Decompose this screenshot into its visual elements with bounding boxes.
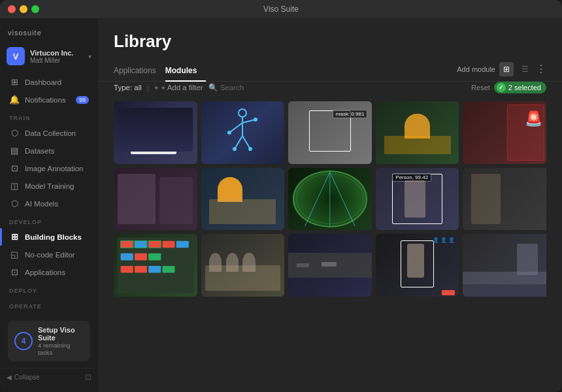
- svg-rect-17: [148, 241, 161, 248]
- collapse-button[interactable]: ◀ Collapse: [7, 374, 40, 381]
- grid-item-4[interactable]: [376, 101, 459, 164]
- more-options-button[interactable]: ⋮: [536, 63, 546, 75]
- main-header: Library Applications Modules Add module …: [98, 18, 562, 82]
- svg-rect-20: [121, 253, 133, 261]
- svg-rect-19: [176, 241, 189, 248]
- tab-modules[interactable]: Modules: [165, 61, 207, 82]
- svg-rect-18: [162, 241, 174, 248]
- alert-bar: [442, 290, 455, 295]
- model-training-icon: ◫: [9, 181, 20, 191]
- grid-item-7[interactable]: [201, 168, 285, 231]
- svg-rect-21: [135, 253, 147, 261]
- svg-point-8: [233, 147, 237, 151]
- grid-item-10[interactable]: [463, 168, 546, 231]
- grid-item-6[interactable]: [114, 168, 197, 231]
- selected-count-dot: ✓: [497, 83, 506, 92]
- sidebar-resize-icon[interactable]: ⊡: [85, 372, 91, 382]
- svg-point-0: [239, 109, 246, 117]
- ai-models-icon: ⬡: [9, 199, 20, 208]
- parking-lot: [114, 234, 197, 297]
- sidebar-item-ai-models[interactable]: ⬡ AI Models: [0, 195, 98, 212]
- grid-item-8[interactable]: [288, 168, 372, 231]
- person-icons: 👤 👤 👤: [433, 237, 455, 243]
- sidebar-item-model-training[interactable]: ◫ Model Training: [0, 177, 98, 195]
- minimize-button[interactable]: [20, 5, 27, 13]
- sidebar-item-label: Image Annotation: [25, 165, 84, 172]
- svg-line-4: [235, 136, 242, 149]
- grid-item-14[interactable]: 👤 👤 👤: [376, 234, 459, 297]
- window-title: Viso Suite: [263, 5, 299, 14]
- sidebar-item-notifications[interactable]: 🔔 Notifications 99: [0, 91, 98, 108]
- add-filter-button[interactable]: + + Add a filter: [154, 84, 203, 91]
- data-collection-icon: ⬡: [9, 128, 20, 138]
- sidebar-item-dashboard[interactable]: ⊞ Dashboard: [0, 73, 98, 91]
- partial-figure: [471, 174, 501, 224]
- sidebar-item-label: AI Models: [25, 200, 58, 208]
- person-platform: [517, 244, 538, 275]
- building-blocks-icon: ⊞: [9, 232, 20, 242]
- tab-applications[interactable]: Applications: [114, 61, 165, 82]
- tab-toolbar-right: Add module ⊞ ☰ ⋮: [206, 61, 546, 81]
- setup-label: Setup Viso Suite: [38, 326, 84, 342]
- svg-rect-22: [148, 253, 161, 261]
- svg-line-2: [229, 123, 242, 133]
- account-company: Virtucon Inc.: [30, 49, 83, 57]
- sidebar-item-label: Data Collection: [25, 129, 76, 137]
- svg-line-3: [242, 120, 256, 123]
- grid-item-2[interactable]: [201, 101, 285, 164]
- grid-view-button[interactable]: ⊞: [499, 62, 514, 76]
- grid-item-1[interactable]: LK17FYD: [114, 101, 197, 164]
- maximize-button[interactable]: [31, 5, 39, 13]
- person-silhouette: [405, 180, 425, 218]
- grid-container[interactable]: LK17FYD: [98, 99, 562, 392]
- window-controls[interactable]: [8, 5, 39, 13]
- grid-item-9[interactable]: Person, 99.42: [376, 168, 459, 231]
- sidebar-item-label: Applications: [25, 269, 65, 276]
- grid-item-3[interactable]: mask: 0.981: [288, 101, 372, 164]
- account-selector[interactable]: V Virtucon Inc. Matt Miller ▾: [0, 43, 98, 73]
- filter-bar: Type: all | + + Add a filter 🔍 Search Re…: [98, 82, 562, 99]
- svg-rect-26: [162, 266, 174, 273]
- grid-item-13[interactable]: [288, 234, 372, 297]
- sidebar-item-no-code-editor[interactable]: ◱ No-code Editor: [0, 246, 98, 263]
- person-right: [159, 177, 193, 224]
- person3: [242, 253, 255, 272]
- setup-progress-circle: 4: [14, 332, 33, 350]
- grid-item-5[interactable]: 🚨: [463, 101, 546, 164]
- divider: |: [147, 84, 149, 91]
- applications-icon: ⊡: [9, 267, 20, 277]
- grid-item-15[interactable]: [463, 234, 546, 297]
- person-left: [118, 174, 155, 224]
- reset-button[interactable]: Reset: [471, 84, 490, 91]
- sidebar-item-building-blocks[interactable]: ⊞ Building Blocks: [0, 228, 98, 246]
- plus-icon: +: [154, 84, 159, 91]
- selected-badge: ✓ 2 selected: [494, 82, 546, 93]
- worker-body: [384, 136, 451, 155]
- grid-item-12[interactable]: [201, 234, 285, 297]
- svg-point-7: [254, 118, 257, 122]
- account-info: Virtucon Inc. Matt Miller: [30, 49, 83, 64]
- setup-card[interactable]: 4 Setup Viso Suite 4 remaining tasks: [8, 321, 90, 361]
- setup-sublabel: 4 remaining tasks: [38, 342, 84, 356]
- svg-rect-25: [148, 266, 161, 273]
- car-body: [118, 108, 193, 152]
- sidebar-item-image-annotation[interactable]: ⊡ Image Annotation: [0, 159, 98, 177]
- sidebar-item-data-collection[interactable]: ⬡ Data Collection: [0, 124, 98, 142]
- collapse-label: Collapse: [14, 374, 40, 381]
- search-icon: 🔍: [208, 83, 218, 92]
- car2: [322, 262, 337, 267]
- svg-point-6: [227, 131, 231, 135]
- close-button[interactable]: [8, 5, 16, 13]
- list-view-button[interactable]: ☰: [518, 62, 532, 76]
- svg-rect-16: [135, 241, 147, 248]
- section-label-operate: OPERATE: [0, 297, 98, 312]
- grid-item-11[interactable]: [114, 234, 197, 297]
- add-module-label[interactable]: Add module: [457, 65, 495, 73]
- search-box[interactable]: 🔍 Search: [208, 83, 244, 92]
- train: [463, 284, 546, 297]
- type-filter-label[interactable]: Type: all: [114, 84, 142, 91]
- sidebar-item-applications[interactable]: ⊡ Applications: [0, 263, 98, 281]
- tab-bar: Applications Modules Add module ⊞ ☰ ⋮: [98, 61, 562, 82]
- datasets-icon: ▤: [9, 146, 20, 155]
- sidebar-item-datasets[interactable]: ▤ Datasets: [0, 142, 98, 159]
